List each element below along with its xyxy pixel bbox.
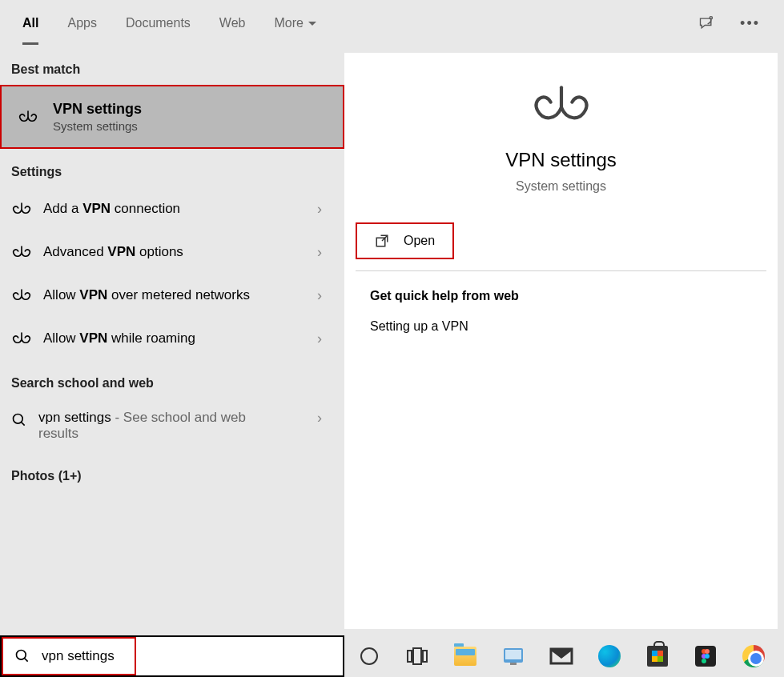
svg-line-6: [25, 659, 28, 662]
svg-point-17: [705, 654, 710, 659]
microsoft-store-icon[interactable]: [645, 644, 669, 668]
caret-down-icon: [308, 22, 316, 26]
web-search-label: vpn settings - See school and web result…: [38, 410, 279, 442]
chevron-right-icon: ›: [317, 287, 333, 304]
svg-rect-7: [408, 651, 412, 662]
settings-item-allow-vpn-roaming[interactable]: Allow VPN while roaming ›: [0, 317, 344, 360]
best-match-title: VPN settings: [53, 101, 142, 118]
best-match-vpn-settings[interactable]: VPN settings System settings: [0, 85, 344, 149]
help-link-setup-vpn[interactable]: Setting up a VPN: [370, 319, 519, 334]
settings-item-add-vpn-connection[interactable]: Add a VPN connection ›: [0, 187, 344, 230]
figma-icon[interactable]: [694, 644, 718, 668]
tab-web[interactable]: Web: [219, 2, 246, 45]
results-panel: Best match VPN settings System settings …: [0, 46, 344, 635]
feedback-icon[interactable]: [698, 15, 714, 31]
svg-line-2: [22, 423, 25, 426]
vpn-icon: [11, 285, 32, 306]
svg-marker-13: [551, 649, 572, 657]
vpn-icon: [11, 198, 32, 219]
svg-point-0: [710, 17, 712, 19]
chevron-right-icon: ›: [317, 410, 333, 427]
section-best-match-header: Best match: [0, 46, 344, 85]
settings-item-label: Advanced VPN options: [43, 244, 183, 260]
chevron-right-icon: ›: [317, 201, 333, 218]
search-scope-tabs: All Apps Documents Web More •••: [0, 0, 784, 46]
svg-point-15: [705, 649, 710, 654]
web-search-item[interactable]: vpn settings - See school and web result…: [0, 399, 344, 453]
svg-point-5: [17, 651, 26, 660]
detail-subtitle: System settings: [516, 179, 606, 194]
svg-point-1: [14, 415, 23, 424]
mail-icon[interactable]: [549, 644, 573, 668]
search-box[interactable]: vpn settings: [0, 635, 344, 677]
chevron-right-icon: ›: [317, 330, 333, 347]
settings-item-advanced-vpn-options[interactable]: Advanced VPN options ›: [0, 230, 344, 274]
svg-rect-11: [505, 650, 521, 659]
settings-item-label: Allow VPN over metered networks: [43, 287, 250, 303]
open-button-label: Open: [404, 234, 435, 248]
cortana-icon[interactable]: [357, 644, 381, 668]
best-match-subtitle: System settings: [53, 119, 142, 133]
detail-panel: VPN settings System settings Open Get qu…: [344, 53, 778, 629]
chrome-browser-icon[interactable]: [742, 644, 766, 668]
search-icon: [14, 648, 30, 664]
taskbar: [344, 635, 784, 677]
section-photos-header: Photos (1+): [0, 453, 344, 491]
open-button[interactable]: Open: [356, 222, 454, 259]
file-explorer-icon[interactable]: [453, 644, 477, 668]
vpn-icon: [11, 242, 32, 262]
help-header: Get quick help from web: [370, 289, 519, 303]
detail-title: VPN settings: [505, 149, 617, 171]
vpn-icon: [18, 106, 38, 127]
tab-all[interactable]: All: [22, 2, 38, 45]
section-search-web-header: Search school and web: [0, 360, 344, 399]
tab-documents[interactable]: Documents: [126, 2, 191, 45]
task-view-icon[interactable]: [405, 644, 429, 668]
svg-rect-9: [423, 651, 427, 662]
search-icon: [11, 412, 27, 428]
vpn-icon-large: [529, 85, 593, 125]
search-input-value: vpn settings: [42, 648, 115, 664]
settings-item-allow-vpn-metered[interactable]: Allow VPN over metered networks ›: [0, 274, 344, 317]
svg-point-18: [702, 659, 706, 663]
svg-rect-12: [510, 663, 517, 665]
tab-more[interactable]: More: [274, 2, 316, 45]
settings-item-label: Allow VPN while roaming: [43, 330, 195, 347]
edge-browser-icon[interactable]: [597, 644, 621, 668]
more-options-icon[interactable]: •••: [740, 15, 760, 32]
app-icon[interactable]: [501, 644, 525, 668]
vpn-icon: [11, 328, 32, 349]
settings-item-label: Add a VPN connection: [43, 201, 180, 217]
tab-more-label: More: [274, 16, 303, 30]
svg-rect-8: [413, 648, 421, 664]
open-icon: [375, 234, 389, 248]
chevron-right-icon: ›: [317, 244, 333, 261]
tab-apps[interactable]: Apps: [67, 2, 96, 45]
section-settings-header: Settings: [0, 149, 344, 187]
